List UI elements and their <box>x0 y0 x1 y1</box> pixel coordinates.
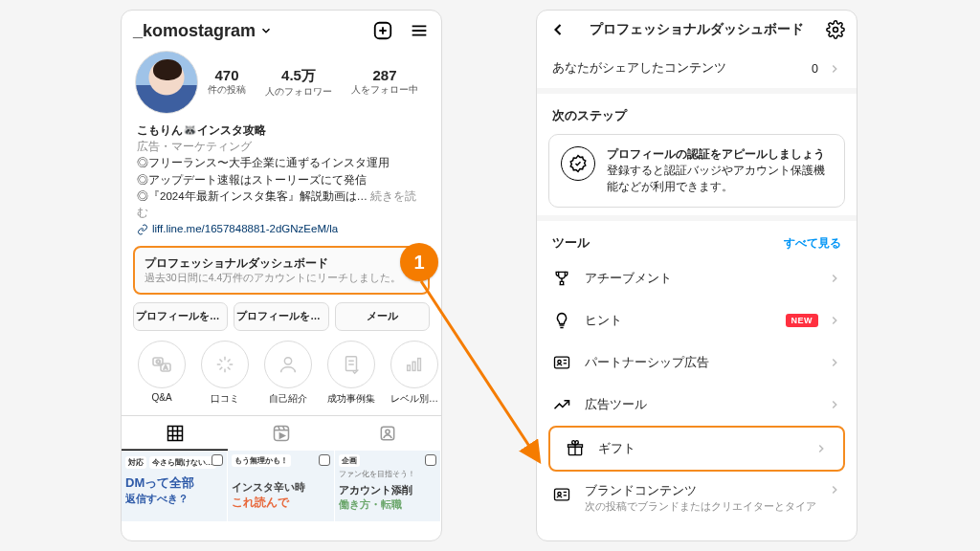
svg-rect-35 <box>555 489 569 500</box>
edit-profile-button[interactable]: プロフィールを編集 <box>133 302 228 331</box>
dashboard-screen: プロフェッショナルダッシュボード あなたがシェアしたコンテンツ 0 次のステップ… <box>536 10 858 541</box>
post-tag: 企画 <box>339 454 360 467</box>
step-badge-1-label: 1 <box>413 252 424 274</box>
dashboard-header: プロフェッショナルダッシュボード <box>537 11 857 49</box>
tool-gift-highlight: ギフト <box>548 426 845 472</box>
person-card-icon <box>552 353 571 372</box>
post-thumb-1[interactable]: もう無理かも！ インスタ辛い時 これ読んで <box>228 451 334 521</box>
tool-achievement[interactable]: アチーブメント <box>537 257 857 299</box>
post-text: DMって全部 <box>125 474 223 492</box>
bio-block: こもりん🦝インスタ攻略 広告・マーケティング ◎フリーランス〜大手企業に通ずるイ… <box>122 118 441 240</box>
stat-followers[interactable]: 4.5万 人のフォロワー <box>265 67 332 99</box>
tool-gift-label: ギフト <box>598 441 635 457</box>
mail-button[interactable]: メール <box>335 302 430 331</box>
profile-header: _komostagram <box>122 11 441 47</box>
svg-text:A: A <box>164 364 167 370</box>
tab-reels[interactable] <box>228 416 334 451</box>
share-profile-button[interactable]: プロフィールをシ… <box>234 302 328 331</box>
username-text: _komostagram <box>133 21 256 41</box>
highlight-qa-label: Q&A <box>151 392 171 403</box>
bio-line1: ◎フリーランス〜大手企業に通ずるインスタ運用 <box>137 155 426 171</box>
svg-rect-28 <box>555 357 569 368</box>
stat-posts-value: 470 <box>208 67 246 83</box>
stat-following[interactable]: 287 人をフォロー中 <box>351 67 418 99</box>
svg-rect-12 <box>408 364 411 370</box>
hamburger-menu-icon[interactable] <box>409 20 430 41</box>
tool-adtools[interactable]: 広告ツール <box>537 384 857 426</box>
tool-brand-content[interactable]: ブランドコンテンツ 次の投稿でブランドまたはクリエイターとタイア <box>537 472 857 525</box>
stat-posts[interactable]: 470 件の投稿 <box>208 67 246 99</box>
tool-partnership[interactable]: パートナーシップ広告 <box>537 342 857 384</box>
svg-point-29 <box>558 361 561 364</box>
tool-hint[interactable]: ヒント NEW <box>537 299 857 342</box>
reels-icon <box>272 424 291 443</box>
see-all-link[interactable]: すべて見る <box>784 235 841 252</box>
profile-screen: _komostagram 470 件の投稿 <box>121 10 442 541</box>
chevron-right-icon <box>828 356 841 369</box>
professional-dashboard-card[interactable]: プロフェッショナルダッシュボード 過去30日間に4.4万件のアカウントにリーチし… <box>133 246 430 295</box>
post-text: これ読んで <box>232 495 329 511</box>
tool-gift[interactable]: ギフト <box>550 428 843 470</box>
highlight-qa[interactable]: QA Q&A <box>135 341 189 406</box>
gear-icon[interactable] <box>826 20 845 39</box>
tool-achievement-label: アチーブメント <box>585 271 672 287</box>
posts-grid: 対応 今さら聞けない… DMって全部 返信すべき？ もう無理かも！ インスタ辛い… <box>122 451 441 521</box>
person-icon <box>278 354 299 375</box>
tools-header: ツール すべて見る <box>537 221 857 257</box>
qa-icon: QA <box>150 353 173 376</box>
post-thumb-2[interactable]: 企画 ファン化を目指そう！ アカウント添削 働き方・転職 <box>335 451 441 521</box>
post-tag: 今さら聞けない… <box>149 456 216 469</box>
post-thumb-0[interactable]: 対応 今さら聞けない… DMって全部 返信すべき？ <box>122 451 228 521</box>
highlight-success[interactable]: 成功事例集 <box>324 341 378 406</box>
post-text: 返信すべき？ <box>125 492 223 506</box>
trend-icon <box>552 395 571 414</box>
bio-link-text: liff.line.me/1657848881-2dGNzEeM/la <box>152 221 338 237</box>
tool-hint-label: ヒント <box>585 313 622 329</box>
profile-action-buttons: プロフィールを編集 プロフィールをシ… メール <box>122 302 441 331</box>
dashboard-subtitle: 過去30日間に4.4万件のアカウントにリーチしました。 <box>145 272 418 285</box>
highlight-level[interactable]: レベル別… <box>388 341 441 406</box>
stat-followers-value: 4.5万 <box>265 67 332 85</box>
gift-icon <box>566 439 585 458</box>
svg-rect-15 <box>167 426 182 440</box>
next-steps-label: 次のステップ <box>552 107 627 124</box>
chevron-right-icon <box>828 483 841 496</box>
display-name: こもりん🦝インスタ攻略 <box>137 121 426 139</box>
tab-tagged[interactable] <box>335 416 441 451</box>
stat-following-value: 287 <box>351 67 418 83</box>
tab-grid[interactable] <box>122 416 228 451</box>
back-icon[interactable] <box>548 20 568 39</box>
post-text: 働き方・転職 <box>339 497 436 512</box>
link-icon <box>137 224 148 235</box>
tagged-icon <box>378 424 397 443</box>
lightbulb-icon <box>552 311 571 330</box>
dashboard-title: プロフェッショナルダッシュボード <box>145 255 418 272</box>
svg-point-10 <box>284 357 291 364</box>
highlight-intro[interactable]: 自己紹介 <box>261 341 315 406</box>
bio-link[interactable]: liff.line.me/1657848881-2dGNzEeM/la <box>137 221 426 237</box>
next-steps-header: 次のステップ <box>537 94 857 130</box>
chevron-right-icon <box>828 62 841 76</box>
tool-brand-label: ブランドコンテンツ <box>585 483 816 499</box>
avatar[interactable] <box>135 51 198 114</box>
sparkle-icon <box>214 354 235 375</box>
chevron-right-icon <box>814 442 828 455</box>
shared-content-value: 0 <box>812 62 818 76</box>
feed-tabs <box>122 415 441 451</box>
username-dropdown[interactable]: _komostagram <box>133 21 273 41</box>
post-text: アカウント添削 <box>339 483 436 497</box>
stat-followers-label: 人のフォロワー <box>265 85 332 99</box>
stat-following-label: 人をフォロー中 <box>351 83 418 97</box>
step-badge-1: 1 <box>400 243 438 281</box>
create-post-icon[interactable] <box>372 20 393 41</box>
shared-content-row[interactable]: あなたがシェアしたコンテンツ 0 <box>537 49 857 88</box>
post-text: ファン化を目指そう！ <box>339 469 436 479</box>
stat-posts-label: 件の投稿 <box>208 83 246 97</box>
verify-badge-icon <box>561 146 595 181</box>
bio-line2: ◎アップデート速報はストーリーズにて発信 <box>137 172 426 188</box>
grid-icon <box>166 424 185 443</box>
verify-profile-card[interactable]: プロフィールの認証をアピールしましょう 登録すると認証バッジやアカウント保護機能… <box>548 134 845 208</box>
highlight-reviews[interactable]: 口コミ <box>198 341 252 406</box>
tool-partnership-label: パートナーシップ広告 <box>585 355 709 371</box>
svg-text:Q: Q <box>156 359 161 364</box>
